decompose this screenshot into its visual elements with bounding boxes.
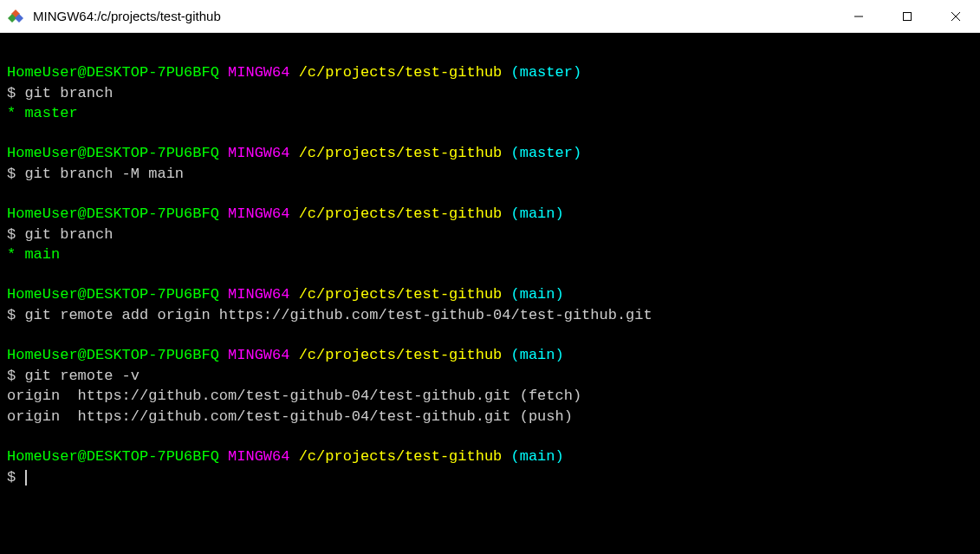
prompt-env: MINGW64 <box>228 347 289 363</box>
prompt-user-host: HomeUser@DESKTOP-7PU6BFQ <box>7 145 219 161</box>
window-titlebar: MINGW64:/c/projects/test-github <box>0 0 980 33</box>
command-block: HomeUser@DESKTOP-7PU6BFQ MINGW64 /c/proj… <box>7 62 973 124</box>
prompt-env: MINGW64 <box>228 145 289 161</box>
prompt-user-host: HomeUser@DESKTOP-7PU6BFQ <box>7 286 219 303</box>
command-text: git branch <box>24 85 113 101</box>
prompt-user-host: HomeUser@DESKTOP-7PU6BFQ <box>7 64 219 81</box>
close-button[interactable] <box>931 0 980 32</box>
prompt-branch: (master) <box>511 145 582 161</box>
prompt-branch: (main) <box>511 448 564 465</box>
prompt-user-host: HomeUser@DESKTOP-7PU6BFQ <box>7 205 219 222</box>
output-line: origin https://github.com/test-github-04… <box>7 408 573 425</box>
maximize-button[interactable] <box>883 0 931 32</box>
prompt-env: MINGW64 <box>228 64 289 81</box>
prompt-symbol: $ <box>7 307 16 323</box>
app-icon <box>7 8 24 25</box>
prompt-branch: (master) <box>511 64 582 81</box>
prompt-symbol: $ <box>7 226 16 243</box>
command-text: git remote -v <box>24 368 140 384</box>
prompt-symbol: $ <box>7 469 16 486</box>
prompt-path: /c/projects/test-github <box>299 64 503 81</box>
prompt-env: MINGW64 <box>228 205 289 222</box>
output-line: origin https://github.com/test-github-04… <box>7 388 581 404</box>
prompt-symbol: $ <box>7 166 16 182</box>
command-text: git remote add origin https://github.com… <box>24 307 652 323</box>
terminal-cursor <box>25 470 27 486</box>
window-title: MINGW64:/c/projects/test-github <box>33 9 834 23</box>
command-block: HomeUser@DESKTOP-7PU6BFQ MINGW64 /c/proj… <box>7 345 973 427</box>
prompt-branch: (main) <box>511 347 564 363</box>
prompt-user-host: HomeUser@DESKTOP-7PU6BFQ <box>7 347 219 363</box>
prompt-path: /c/projects/test-github <box>299 205 503 222</box>
prompt-env: MINGW64 <box>228 448 289 465</box>
command-text: git branch -M main <box>24 166 184 182</box>
svg-rect-5 <box>904 12 912 20</box>
window-controls <box>834 0 980 32</box>
prompt-path: /c/projects/test-github <box>299 145 503 161</box>
command-block: HomeUser@DESKTOP-7PU6BFQ MINGW64 /c/proj… <box>7 204 973 265</box>
minimize-button[interactable] <box>834 0 883 32</box>
prompt-user-host: HomeUser@DESKTOP-7PU6BFQ <box>7 448 219 465</box>
output-line: * main <box>7 246 60 263</box>
prompt-env: MINGW64 <box>228 286 289 303</box>
prompt-branch: (main) <box>511 205 564 222</box>
prompt-path: /c/projects/test-github <box>299 448 503 465</box>
prompt-path: /c/projects/test-github <box>299 286 503 303</box>
prompt-symbol: $ <box>7 85 16 101</box>
command-block: HomeUser@DESKTOP-7PU6BFQ MINGW64 /c/proj… <box>7 143 973 185</box>
command-block: HomeUser@DESKTOP-7PU6BFQ MINGW64 /c/proj… <box>7 284 973 326</box>
command-block: HomeUser@DESKTOP-7PU6BFQ MINGW64 /c/proj… <box>7 446 973 488</box>
prompt-path: /c/projects/test-github <box>299 347 503 363</box>
command-text: git branch <box>24 226 113 243</box>
prompt-branch: (main) <box>511 286 564 303</box>
terminal-area[interactable]: HomeUser@DESKTOP-7PU6BFQ MINGW64 /c/proj… <box>0 33 980 554</box>
prompt-symbol: $ <box>7 368 16 384</box>
output-line: * master <box>7 105 78 121</box>
